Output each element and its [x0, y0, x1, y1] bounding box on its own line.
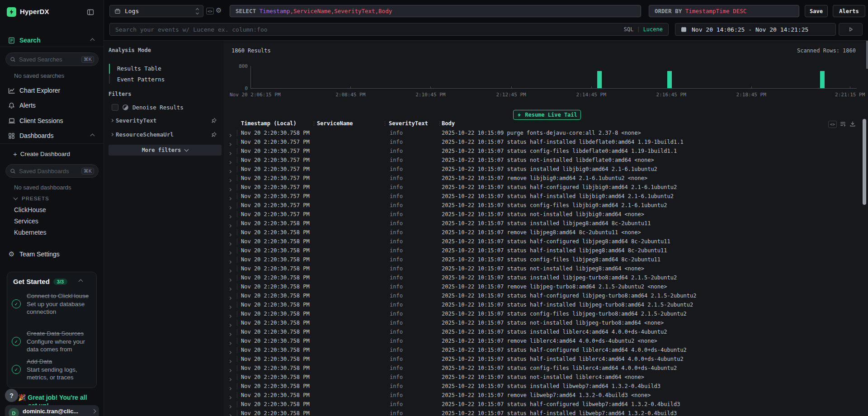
log-row[interactable]: Nov 20 2:20:30.758 PMinfo2025-10-22 10:1…: [224, 400, 868, 409]
sidebar-item-chart-explorer[interactable]: Chart Explorer: [0, 85, 104, 96]
cell-body: 2025-10-22 10:15:07 status config-files …: [442, 148, 677, 154]
save-button[interactable]: Save: [805, 5, 828, 17]
mode-results-table[interactable]: Results Table: [117, 65, 161, 72]
sql-select-editor[interactable]: SELECT Timestamp,ServiceName,SeverityTex…: [230, 5, 641, 17]
histogram-bar[interactable]: [820, 71, 825, 88]
lang-lucene-toggle[interactable]: Lucene: [643, 26, 663, 33]
column-header[interactable]: Body: [442, 120, 455, 127]
log-row[interactable]: Nov 20 2:20:30.757 PMinfo2025-10-22 10:1…: [224, 137, 868, 147]
log-row[interactable]: Nov 20 2:20:30.758 PMinfo2025-10-22 10:1…: [224, 264, 868, 273]
cell-body: 2025-10-22 10:15:07 remove libjpeg-turbo…: [442, 284, 667, 290]
sidebar-preset-kubernetes[interactable]: Kubernetes: [14, 229, 47, 236]
sidebar-item-alerts[interactable]: Alerts: [0, 99, 104, 111]
create-dashboard-button[interactable]: + Create Dashboard: [13, 150, 70, 158]
filter-group-resourceschemaurl[interactable]: ResourceSchemaUrl: [111, 131, 217, 138]
sidebar-item-search[interactable]: Search: [0, 34, 104, 46]
column-resize-handle[interactable]: ⋮: [311, 121, 316, 127]
sidebar-preset-services[interactable]: Services: [14, 217, 38, 225]
gear-icon[interactable]: ⚙: [216, 6, 222, 14]
log-row[interactable]: Nov 20 2:20:30.757 PMinfo2025-10-22 10:1…: [224, 156, 868, 165]
chevron-down-icon: [14, 196, 18, 200]
log-row[interactable]: Nov 20 2:20:30.757 PMinfo2025-10-22 10:1…: [224, 192, 868, 201]
filter-group-severitytext[interactable]: SeverityText: [111, 117, 217, 124]
get-started-item[interactable]: ✓Connect to ClickHouseSet up your databa…: [12, 292, 90, 316]
log-row[interactable]: Nov 20 2:20:30.758 PMinfo2025-10-22 10:1…: [224, 373, 868, 382]
source-icon: [114, 8, 121, 14]
log-row[interactable]: Nov 20 2:20:30.758 PMinfo2025-10-22 10:1…: [224, 327, 868, 336]
order-by-editor[interactable]: ORDER BY TimestampTime DESC: [649, 5, 799, 17]
sidebar-preset-clickhouse[interactable]: ClickHouse: [14, 206, 46, 213]
column-header[interactable]: ServiceName: [317, 120, 353, 127]
get-started-item-title: Create Data Sources: [27, 330, 90, 338]
kbd-shortcut: ⌘K: [81, 56, 94, 63]
saved-searches-input[interactable]: Saved Searches ⌘K: [5, 52, 99, 66]
sidebar-item-client-sessions[interactable]: Client Sessions: [0, 115, 104, 127]
lang-sql-toggle[interactable]: SQL: [624, 26, 634, 33]
column-header[interactable]: SeverityText: [389, 120, 428, 127]
cell-timestamp: Nov 20 2:20:30.758 PM: [241, 311, 310, 317]
log-row[interactable]: Nov 20 2:20:30.758 PMinfo2025-10-22 10:1…: [224, 128, 868, 137]
log-row[interactable]: Nov 20 2:20:30.758 PMinfo2025-10-22 10:1…: [224, 291, 868, 300]
more-filters-button[interactable]: More filters: [108, 145, 222, 156]
log-row[interactable]: Nov 20 2:20:30.758 PMinfo2025-10-22 10:1…: [224, 246, 868, 255]
log-row[interactable]: Nov 20 2:20:30.757 PMinfo2025-10-22 10:1…: [224, 147, 868, 156]
help-button[interactable]: ?: [5, 389, 18, 402]
user-profile[interactable]: D dominic.tran@clic...: [5, 405, 99, 416]
histogram-bar[interactable]: [667, 71, 672, 88]
chevron-up-icon[interactable]: [90, 38, 95, 43]
chevron-right-icon: [92, 409, 96, 414]
sidebar-item-dashboards[interactable]: Dashboards: [0, 130, 104, 142]
log-row[interactable]: Nov 20 2:20:30.758 PMinfo2025-10-22 10:1…: [224, 336, 868, 345]
chevron-up-icon[interactable]: [90, 133, 95, 138]
log-row[interactable]: Nov 20 2:20:30.758 PMinfo2025-10-22 10:1…: [224, 255, 868, 264]
column-header[interactable]: Timestamp (Local): [241, 120, 297, 127]
cell-severity: info: [390, 293, 403, 299]
column-resize-handle[interactable]: ⋮: [437, 121, 442, 127]
page-scrollbar[interactable]: [866, 41, 868, 69]
resume-live-tail-button[interactable]: Resume Live Tail: [513, 110, 581, 120]
time-range-picker[interactable]: Nov 20 14:06:25 - Nov 20 14:21:25: [675, 23, 836, 36]
presets-toggle[interactable]: PRESETS: [14, 196, 49, 201]
log-row[interactable]: Nov 20 2:20:30.758 PMinfo2025-10-22 10:1…: [224, 382, 868, 391]
log-row[interactable]: Nov 20 2:20:30.757 PMinfo2025-10-22 10:1…: [224, 183, 868, 192]
log-row[interactable]: Nov 20 2:20:30.758 PMinfo2025-10-22 10:1…: [224, 228, 868, 237]
log-row[interactable]: Nov 20 2:20:30.757 PMinfo2025-10-22 10:1…: [224, 201, 868, 210]
expand-row-icon[interactable]: [229, 410, 231, 416]
event-search-input[interactable]: Search your events w/ Lucene ex. column:…: [109, 23, 669, 36]
log-row[interactable]: Nov 20 2:20:30.758 PMinfo2025-10-22 10:1…: [224, 409, 868, 416]
log-row[interactable]: Nov 20 2:20:30.758 PMinfo2025-10-22 10:1…: [224, 282, 868, 291]
log-row[interactable]: Nov 20 2:20:30.758 PMinfo2025-10-22 10:1…: [224, 300, 868, 309]
divider: [0, 143, 104, 144]
log-row[interactable]: Nov 20 2:20:30.757 PMinfo2025-10-22 10:1…: [224, 174, 868, 183]
alerts-button[interactable]: Alerts: [833, 5, 865, 17]
get-started-item[interactable]: ✓Add DataStart sending logs, metrics, or…: [12, 358, 90, 382]
cell-timestamp: Nov 20 2:20:30.758 PM: [241, 338, 310, 344]
log-row[interactable]: Nov 20 2:20:30.757 PMinfo2025-10-22 10:1…: [224, 165, 868, 174]
get-started-item[interactable]: ✓Create Data SourcesConfigure where your…: [12, 330, 90, 354]
denoise-results-row[interactable]: Denoise Results: [112, 104, 184, 111]
denoise-checkbox[interactable]: [112, 104, 118, 111]
mode-event-patterns[interactable]: Event Patterns: [117, 76, 165, 83]
log-row[interactable]: Nov 20 2:20:30.758 PMinfo2025-10-22 10:1…: [224, 273, 868, 282]
log-row[interactable]: Nov 20 2:20:30.758 PMinfo2025-10-22 10:1…: [224, 345, 868, 355]
pin-icon[interactable]: [211, 132, 217, 138]
log-row[interactable]: Nov 20 2:20:30.758 PMinfo2025-10-22 10:1…: [224, 219, 868, 228]
code-icon[interactable]: <>: [206, 8, 214, 14]
log-row[interactable]: Nov 20 2:20:30.758 PMinfo2025-10-22 10:1…: [224, 318, 868, 327]
row-accent-bar: [237, 329, 237, 335]
log-row[interactable]: Nov 20 2:20:30.758 PMinfo2025-10-22 10:1…: [224, 355, 868, 364]
log-row[interactable]: Nov 20 2:20:30.758 PMinfo2025-10-22 10:1…: [224, 391, 868, 400]
log-row[interactable]: Nov 20 2:20:30.757 PMinfo2025-10-22 10:1…: [224, 210, 868, 219]
collapse-sidebar-icon[interactable]: [87, 9, 94, 16]
log-row[interactable]: Nov 20 2:20:30.758 PMinfo2025-10-22 10:1…: [224, 237, 868, 246]
column-resize-handle[interactable]: ⋮: [382, 121, 387, 127]
log-row[interactable]: Nov 20 2:20:30.758 PMinfo2025-10-22 10:1…: [224, 364, 868, 373]
chevron-up-icon[interactable]: [79, 279, 83, 284]
saved-dashboards-input[interactable]: Saved Dashboards ⌘K: [5, 164, 99, 178]
run-query-button[interactable]: [839, 23, 863, 36]
histogram-bar[interactable]: [597, 71, 602, 88]
sidebar-item-team-settings[interactable]: ⚙ Team Settings: [0, 248, 104, 260]
pin-icon[interactable]: [211, 118, 217, 124]
source-select[interactable]: Logs: [109, 5, 203, 17]
log-row[interactable]: Nov 20 2:20:30.758 PMinfo2025-10-22 10:1…: [224, 309, 868, 318]
